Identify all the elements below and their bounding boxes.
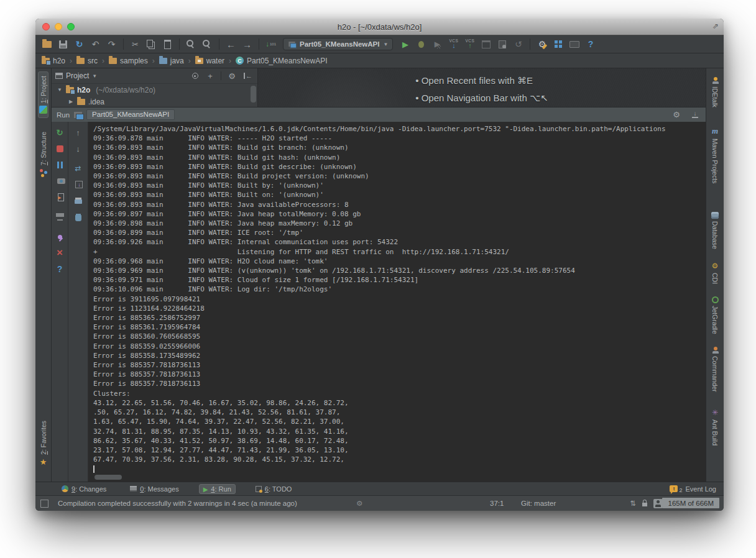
editor-area[interactable]: • Open Recent files with ⌘E• Open Naviga…: [258, 68, 706, 107]
chevron-down-icon[interactable]: ▼: [92, 73, 97, 79]
lock-icon[interactable]: [642, 503, 647, 506]
console-line: 32.74, 81.31, 88.95, 87.35, 14.13, 10.93…: [93, 427, 706, 436]
sidebar-tab-structure[interactable]: 7: Structure: [39, 128, 48, 180]
package-folder-icon: [195, 58, 203, 64]
run-configuration-select[interactable]: Part05_KMeansNewAPI ▼: [283, 38, 393, 50]
sidebar-tab-project[interactable]: 1: Project: [38, 71, 48, 118]
paste-button[interactable]: [160, 37, 175, 52]
rollback-button[interactable]: [510, 37, 526, 52]
find-in-path-button[interactable]: [200, 37, 215, 52]
main-toolbar: Part05_KMeansNewAPI ▼ VCS↓ VCS↑: [35, 35, 724, 53]
close-console-button[interactable]: [52, 245, 68, 261]
inspections-profile-icon[interactable]: [653, 499, 663, 508]
soft-wrap-button[interactable]: [70, 160, 86, 176]
console-line: 09:36:09.878 main INFO WATER: ----- H2O …: [93, 134, 706, 143]
tab-todo[interactable]: 6: TODO: [252, 485, 296, 493]
undo-button[interactable]: [88, 37, 103, 52]
console-help-button[interactable]: [52, 261, 68, 277]
stop-button[interactable]: [52, 140, 68, 157]
hide-panel-button[interactable]: [242, 70, 254, 81]
run-with-coverage-button[interactable]: [430, 37, 445, 52]
show-diff-button[interactable]: [494, 37, 510, 52]
breadcrumb-item[interactable]: water: [195, 57, 224, 65]
pause-output-button[interactable]: [52, 157, 68, 173]
tab-run[interactable]: 4: Run: [199, 484, 236, 494]
sidebar-tab-ant[interactable]: Ant Build: [711, 405, 719, 449]
sidebar-tab-maven[interactable]: Maven Projects: [711, 122, 719, 187]
status-message[interactable]: Compilation completed successfully with …: [58, 496, 297, 511]
collapsed-arrow-icon[interactable]: ▶: [68, 99, 74, 104]
synchronize-button[interactable]: [71, 37, 87, 52]
project-scrollbar-thumb[interactable]: [251, 86, 256, 103]
sidebar-tab-cdi[interactable]: CDI: [711, 258, 719, 288]
memory-indicator[interactable]: 165M of 666M: [662, 498, 719, 508]
archive-button[interactable]: [478, 37, 494, 52]
navigate-back-button[interactable]: [223, 37, 239, 52]
navigate-forward-button[interactable]: [239, 37, 255, 52]
console-line: 67.47, 70.39, 37.56, 2.31, 83.28, 90.28,…: [93, 455, 706, 464]
caret-position[interactable]: 37:1: [490, 496, 504, 511]
pin-tab-button[interactable]: [52, 229, 68, 245]
copy-button[interactable]: [144, 37, 159, 52]
console-settings-button[interactable]: [52, 209, 68, 225]
toggle-stripes-button[interactable]: [40, 496, 48, 511]
dock-panel-button[interactable]: [689, 109, 701, 121]
console-output[interactable]: /System/Library/Java/JavaVirtualMachines…: [88, 122, 706, 482]
open-button[interactable]: [39, 37, 55, 52]
event-log-button[interactable]: 2 Event Log: [670, 485, 716, 493]
sidebar-tab-database[interactable]: Database: [711, 208, 719, 253]
save-button[interactable]: [55, 37, 71, 52]
redo-button[interactable]: [104, 37, 119, 52]
up-stack-trace-button[interactable]: [70, 124, 86, 140]
folder-icon: [109, 58, 117, 64]
sidebar-tab-favorites[interactable]: 2: Favorites: [39, 417, 48, 470]
console-line: 09:36:09.893 main INFO WATER: Built by: …: [93, 181, 706, 190]
print-button[interactable]: [70, 193, 86, 209]
sidebar-tab-commander[interactable]: Commander: [711, 343, 719, 396]
help-button[interactable]: [583, 37, 598, 52]
line-separator-icon[interactable]: ⇅: [630, 499, 636, 508]
horizontal-scrollbar-thumb[interactable]: [94, 475, 122, 480]
project-structure-button[interactable]: [550, 37, 566, 52]
dump-threads-button[interactable]: [52, 173, 68, 189]
cut-button[interactable]: [127, 37, 143, 52]
down-stack-trace-button[interactable]: [70, 140, 86, 157]
save-icon: [59, 40, 67, 48]
debug-button[interactable]: [413, 37, 429, 52]
exit-button[interactable]: [52, 189, 68, 205]
export-keymap-button[interactable]: [566, 37, 582, 52]
breadcrumb-item[interactable]: java: [159, 57, 184, 65]
toolbar-separator: [530, 39, 530, 50]
run-tab[interactable]: Part05_KMeansNewAPI: [86, 109, 175, 120]
tree-row-root[interactable]: ▼ h2o (~/0xdata/ws/h2o): [52, 84, 257, 96]
breadcrumb-item[interactable]: src: [76, 57, 98, 65]
tab-messages[interactable]: 0: Messages: [126, 485, 182, 493]
run-button[interactable]: [397, 37, 413, 52]
breadcrumb-item[interactable]: samples: [109, 57, 148, 65]
git-branch[interactable]: Git: master: [521, 496, 556, 511]
collapse-all-button[interactable]: [205, 70, 216, 81]
sidebar-tab-jetgradle[interactable]: JetGradle: [711, 293, 719, 338]
settings-button[interactable]: [534, 37, 550, 52]
titlebar[interactable]: h2o - [~/0xdata/ws/h2o] ⇗: [35, 19, 724, 35]
find-button[interactable]: [183, 37, 199, 52]
vcs-update-button[interactable]: VCS↓: [446, 37, 461, 52]
sidebar-tab-idetalk[interactable]: IDEtalk: [711, 73, 719, 111]
expanded-arrow-icon[interactable]: ▼: [57, 87, 63, 93]
scroll-to-end-button[interactable]: [70, 176, 86, 193]
compile-button[interactable]: [263, 37, 279, 52]
panel-settings-button[interactable]: [226, 70, 237, 81]
rerun-button[interactable]: [52, 124, 68, 140]
breadcrumb-item[interactable]: h2o: [42, 57, 65, 65]
tab-changes[interactable]: 9: Changes: [58, 485, 110, 493]
tree-row-idea[interactable]: ▶ .idea: [52, 96, 257, 107]
tab-label: 7: Structure: [40, 132, 47, 165]
console-line: 09:36:09.893 main INFO WATER: Built on: …: [93, 190, 706, 199]
run-settings-button[interactable]: [671, 109, 682, 121]
breadcrumb-item[interactable]: Part05_KMeansNewAPI: [236, 57, 327, 65]
clear-all-button[interactable]: [70, 209, 86, 225]
vcs-commit-button[interactable]: VCS↑: [462, 37, 477, 52]
background-tasks-icon[interactable]: ⚙: [356, 496, 362, 511]
event-log-count: 2: [679, 487, 682, 493]
locate-file-button[interactable]: [188, 70, 200, 81]
